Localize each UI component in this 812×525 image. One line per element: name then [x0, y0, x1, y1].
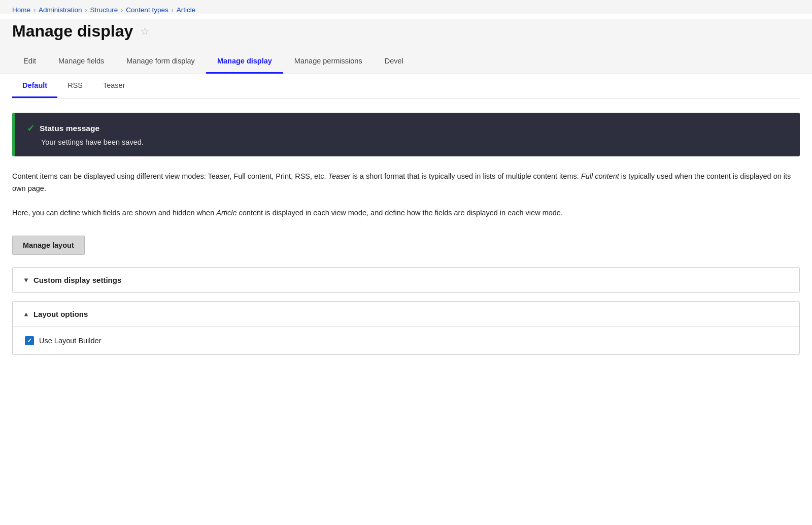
- tab-manage-permissions[interactable]: Manage permissions: [283, 50, 374, 74]
- description-paragraph-2: Here, you can define which fields are sh…: [12, 207, 800, 219]
- use-layout-builder-checkbox[interactable]: ✓: [25, 336, 34, 345]
- checkbox-check-icon: ✓: [27, 337, 32, 344]
- sub-tabs-bar: Default RSS Teaser: [12, 74, 800, 99]
- checkmark-icon: ✓: [27, 123, 35, 134]
- layout-options-body: ✓ Use Layout Builder: [13, 326, 799, 354]
- use-layout-builder-row: ✓ Use Layout Builder: [25, 336, 787, 345]
- manage-layout-button[interactable]: Manage layout: [12, 236, 85, 255]
- use-layout-builder-label: Use Layout Builder: [39, 337, 101, 345]
- breadcrumb: Home › Administration › Structure › Cont…: [12, 6, 800, 14]
- description-paragraph-1: Content items can be displayed using dif…: [12, 171, 800, 195]
- sub-tab-rss[interactable]: RSS: [57, 74, 93, 98]
- page-header: Manage display ☆: [0, 19, 812, 50]
- tab-manage-display[interactable]: Manage display: [206, 50, 283, 74]
- custom-display-settings-section: ▼ Custom display settings: [12, 267, 800, 293]
- sub-tab-teaser[interactable]: Teaser: [93, 74, 136, 98]
- status-message-box: ✓ Status message Your settings have been…: [12, 113, 800, 156]
- breadcrumb-sep-2: ›: [85, 7, 87, 14]
- description-text: Content items can be displayed using dif…: [12, 171, 800, 219]
- custom-display-settings-header[interactable]: ▼ Custom display settings: [13, 268, 799, 292]
- sub-tab-default[interactable]: Default: [12, 74, 57, 98]
- breadcrumb-home[interactable]: Home: [12, 6, 30, 14]
- status-message-body: Your settings have been saved.: [27, 138, 788, 146]
- page-wrapper: Home › Administration › Structure › Cont…: [0, 0, 812, 525]
- breadcrumb-sep-1: ›: [33, 7, 36, 14]
- layout-options-label: Layout options: [33, 310, 88, 318]
- breadcrumb-sep-4: ›: [172, 7, 174, 14]
- page-title: Manage display: [12, 22, 133, 41]
- breadcrumb-structure[interactable]: Structure: [90, 6, 118, 14]
- tab-manage-fields[interactable]: Manage fields: [47, 50, 115, 74]
- chevron-down-icon: ▼: [23, 276, 29, 284]
- breadcrumb-sep-3: ›: [121, 7, 123, 14]
- tab-edit[interactable]: Edit: [12, 50, 47, 74]
- top-tabs-bar: Edit Manage fields Manage form display M…: [0, 50, 812, 74]
- breadcrumb-bar: Home › Administration › Structure › Cont…: [0, 0, 812, 14]
- content-area: Default RSS Teaser ✓ Status message Your…: [0, 74, 812, 355]
- breadcrumb-article[interactable]: Article: [177, 6, 196, 14]
- custom-display-settings-label: Custom display settings: [33, 276, 121, 284]
- tab-devel[interactable]: Devel: [374, 50, 415, 74]
- breadcrumb-administration[interactable]: Administration: [39, 6, 82, 14]
- layout-options-header[interactable]: ▲ Layout options: [13, 302, 799, 326]
- star-icon[interactable]: ☆: [140, 25, 150, 38]
- tab-manage-form-display[interactable]: Manage form display: [115, 50, 206, 74]
- layout-options-section: ▲ Layout options ✓ Use Layout Builder: [12, 301, 800, 355]
- status-message-title: ✓ Status message: [27, 123, 788, 134]
- chevron-up-icon: ▲: [23, 310, 29, 318]
- breadcrumb-content-types[interactable]: Content types: [126, 6, 168, 14]
- status-message-heading: Status message: [40, 124, 99, 133]
